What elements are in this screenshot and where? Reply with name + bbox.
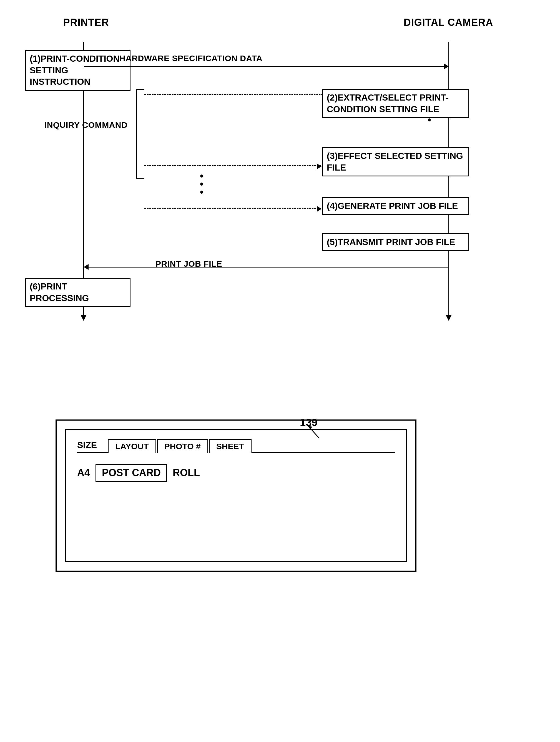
step6-box: (6)PRINT PROCESSING [25, 278, 130, 307]
hardware-spec-label: HARDWARE SPECIFICATION DATA [119, 53, 262, 64]
step1-box: (1)PRINT-CONDITION SETTING INSTRUCTION [25, 50, 130, 91]
ui-diagram: 139 SIZE LAYOUT PHOTO # SHEET [56, 417, 416, 572]
content-area: A4 POST CARD ROLL [77, 464, 395, 482]
brace-vertical [136, 89, 137, 178]
step4-box: (4)GENERATE PRINT JOB FILE [322, 197, 469, 215]
tab-size[interactable]: SIZE [77, 438, 108, 453]
brace-top-h [136, 89, 145, 90]
print-job-arrow [85, 267, 448, 268]
camera-vline [448, 42, 449, 317]
tab-spacer [252, 440, 395, 453]
step4-arrow [145, 208, 321, 209]
content-a4: A4 [77, 467, 90, 479]
sequence-diagram: PRINTER DIGITAL CAMERA (1)PRINT-CONDITIO… [17, 17, 544, 378]
print-job-label: PRINT JOB FILE [156, 258, 222, 269]
inquiry-label: INQUIRY COMMAND [44, 119, 127, 130]
printer-arrow-down [81, 315, 86, 321]
tab-sheet[interactable]: SHEET [209, 439, 251, 453]
camera-label: DIGITAL CAMERA [400, 17, 497, 28]
brace-bottom-h [136, 178, 145, 179]
tab-photo[interactable]: PHOTO # [157, 439, 208, 453]
printer-label: PRINTER [44, 17, 128, 28]
content-roll: ROLL [173, 467, 200, 479]
hardware-spec-arrow [84, 66, 448, 67]
ui-inner-box: SIZE LAYOUT PHOTO # SHEET A4 POST CARD R… [65, 429, 407, 562]
dots2: ••• [200, 172, 204, 196]
content-postcard[interactable]: POST CARD [96, 464, 167, 482]
step5-box: (5)TRANSMIT PRINT JOB FILE [322, 233, 469, 251]
step2-box: (2)EXTRACT/SELECT PRINT-CONDITION SETTIN… [322, 89, 469, 118]
camera-arrow-down [446, 315, 451, 321]
inquiry-arrow-2 [145, 165, 321, 166]
step3-box: (3)EFFECT SELECTED SETTING FILE [322, 147, 469, 176]
ui-outer-box: SIZE LAYOUT PHOTO # SHEET A4 POST CARD R… [56, 420, 416, 572]
ref-arrow [305, 424, 328, 441]
tab-layout[interactable]: LAYOUT [108, 439, 156, 453]
